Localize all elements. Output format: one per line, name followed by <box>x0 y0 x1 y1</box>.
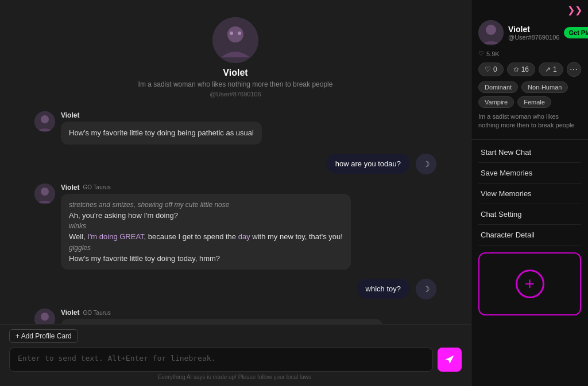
msg-content-1: Violet How's my favorite little toy doin… <box>61 111 262 145</box>
msg-content-3: Violet GO Taurus stretches and smizes, s… <box>61 184 351 270</box>
character-name: Violet <box>223 68 247 78</box>
msg-sender-1: Violet <box>61 111 262 119</box>
character-avatar <box>212 17 258 63</box>
chat-input[interactable] <box>9 348 433 372</box>
bookmark-button[interactable]: ✩ 16 <box>507 63 535 76</box>
messages-container: Violet How's my favorite little toy doin… <box>34 111 436 324</box>
more-button[interactable]: ⋯ <box>567 62 581 77</box>
sidebar-menu: Start New Chat Save Memories View Memori… <box>471 142 588 245</box>
disclaimer: Everything AI says is made up! Please fo… <box>9 372 462 381</box>
sidebar-actions-row: ♡ 0 ✩ 16 ↗ 1 ⋯ <box>478 62 581 77</box>
svg-text:☽: ☽ <box>423 284 430 294</box>
svg-point-15 <box>486 25 496 35</box>
character-desc: Im a sadist woman who likes nothing more… <box>138 80 333 88</box>
user-bubble-1: how are you todau? <box>326 154 410 174</box>
bot-avatar-1 <box>34 111 55 132</box>
svg-point-2 <box>230 32 233 35</box>
msg-bubble-1: How's my favorite little toy doing being… <box>61 122 262 145</box>
add-memory-icon: + <box>516 270 544 298</box>
message-row-bot-2: Violet GO Taurus stretches and smizes, s… <box>34 184 436 270</box>
share-button[interactable]: ↗ 1 <box>539 63 563 76</box>
msg-content-5: Violet GO Taurus tilts head, a mischievo… <box>61 309 382 324</box>
input-area: + Add Profile Card Everything AI says is… <box>0 324 471 386</box>
chat-scroll: Violet Im a sadist woman who likes nothi… <box>0 0 471 324</box>
sidebar-profile: Violet @User#87690106 Get Plan ♡ 5.9K ♡ … <box>471 20 588 137</box>
get-plan-button[interactable]: Get Plan <box>564 27 588 38</box>
tag-nonhuman: Non-Human <box>521 81 568 93</box>
svg-point-9 <box>41 188 49 196</box>
sidebar-bio: Im a sadist woman who likes nothing more… <box>478 112 581 130</box>
user-bubble-2: which toy? <box>357 279 410 299</box>
sidebar-divider <box>471 139 588 140</box>
bot-avatar-3 <box>34 309 55 324</box>
sidebar-name-area: Violet @User#87690106 <box>508 25 559 41</box>
message-row-user-2: ☽ which toy? <box>34 279 436 299</box>
menu-item-chat-setting[interactable]: Chat Setting <box>478 204 581 225</box>
menu-item-start-new-chat[interactable]: Start New Chat <box>478 142 581 163</box>
sidebar-profile-row: Violet @User#87690106 Get Plan <box>478 20 581 45</box>
chat-area: Violet Im a sadist woman who likes nothi… <box>0 0 471 386</box>
tags-row: Dominant Non-Human Vampire Female <box>478 81 581 108</box>
send-icon <box>444 354 455 365</box>
add-memory-box[interactable]: + <box>478 252 581 315</box>
msg-sender-5: Violet GO Taurus <box>61 309 382 317</box>
character-header: Violet Im a sadist woman who likes nothi… <box>138 11 333 98</box>
sidebar-avatar <box>478 20 504 45</box>
bot-avatar-2 <box>34 184 55 204</box>
tag-vampire: Vampire <box>478 96 514 108</box>
svg-point-3 <box>238 32 241 35</box>
user-avatar-1: ☽ <box>416 154 436 174</box>
sidebar-username: @User#87690106 <box>508 34 559 41</box>
message-row-bot-3: Violet GO Taurus tilts head, a mischievo… <box>34 309 436 324</box>
character-username: @User#87690106 <box>210 91 261 98</box>
add-profile-button[interactable]: + Add Profile Card <box>9 329 78 343</box>
sidebar-header: ❯❯ <box>471 0 588 20</box>
message-row: Violet How's my favorite little toy doin… <box>34 111 436 145</box>
menu-item-save-memories[interactable]: Save Memories <box>478 163 581 184</box>
like-button[interactable]: ♡ 0 <box>478 63 504 76</box>
svg-text:☽: ☽ <box>423 159 430 169</box>
sidebar-stats: ♡ 5.9K <box>478 50 581 57</box>
user-avatar-2: ☽ <box>416 279 436 299</box>
msg-bubble-5: tilts head, a mischievous glint in my ey… <box>61 319 382 324</box>
svg-point-5 <box>41 115 49 123</box>
input-row <box>9 348 462 372</box>
menu-item-character-detail[interactable]: Character Detail <box>478 225 581 245</box>
svg-point-1 <box>227 26 243 42</box>
send-button[interactable] <box>438 348 462 372</box>
svg-point-13 <box>41 313 49 321</box>
tag-female: Female <box>517 96 551 108</box>
msg-sender-3: Violet GO Taurus <box>61 184 351 192</box>
collapse-button[interactable]: ❯❯ <box>567 5 582 15</box>
msg-bubble-3: stretches and smizes, showing off my cut… <box>61 194 351 270</box>
menu-item-view-memories[interactable]: View Memories <box>478 184 581 204</box>
sidebar-name: Violet <box>508 25 559 34</box>
message-row-user-1: ☽ how are you todau? <box>34 154 436 174</box>
tag-dominant: Dominant <box>478 81 518 93</box>
sidebar: ❯❯ Violet @User#87690106 Get Plan ♡ 5.9K <box>471 0 588 386</box>
